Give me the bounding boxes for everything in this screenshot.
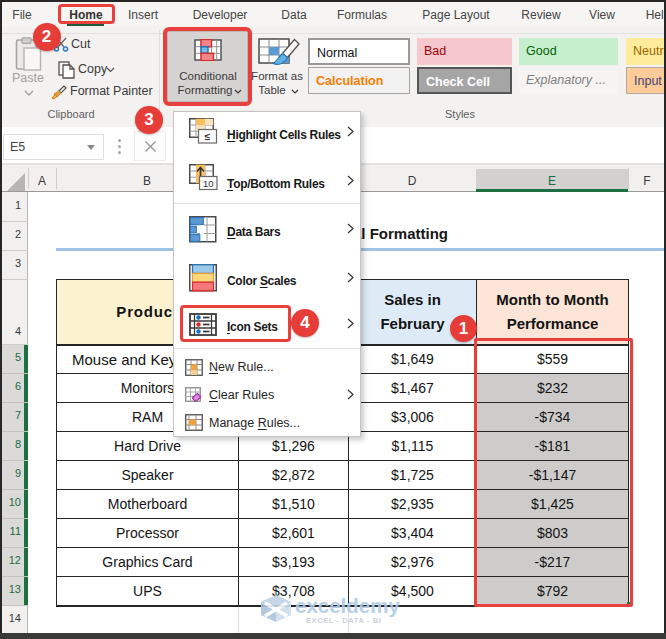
svg-text:10: 10: [203, 178, 214, 189]
svg-text:exceldemy: exceldemy: [295, 594, 400, 617]
svg-text:EXCEL - DATA - BI: EXCEL - DATA - BI: [306, 616, 381, 625]
svg-text:≤: ≤: [205, 131, 211, 142]
